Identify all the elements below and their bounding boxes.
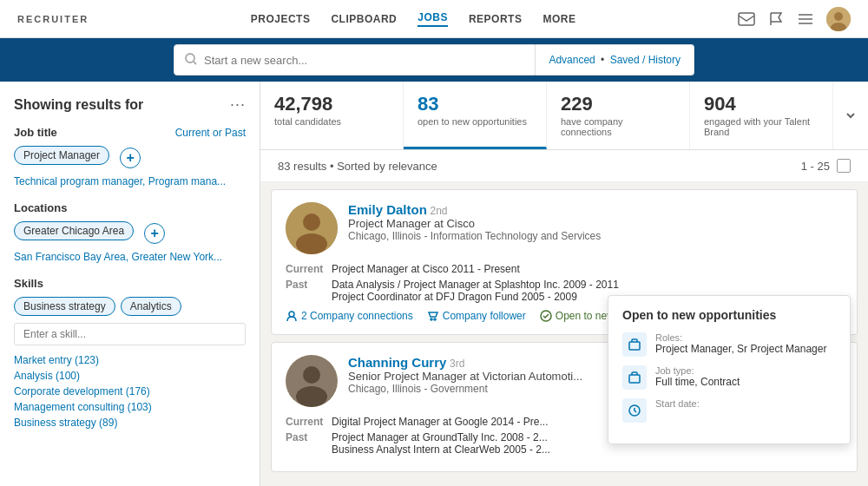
search-advanced[interactable]: Advanced • Saved / History	[536, 44, 694, 76]
stat-connections-label: have company connections	[561, 116, 675, 137]
skills-tags: Business strategy Analytics	[14, 297, 246, 316]
stat-connections[interactable]: 229 have company connections	[547, 82, 690, 149]
job-title-section: Job title Current or Past Project Manage…	[14, 126, 246, 187]
stat-open-number: 83	[418, 94, 532, 115]
tooltip-jobtype-value: Full time, Contract	[655, 376, 740, 388]
nav-more[interactable]: MORE	[542, 13, 575, 25]
job-title-tag[interactable]: Project Manager	[14, 146, 109, 165]
nav-icons	[738, 7, 851, 31]
svg-point-11	[303, 213, 320, 231]
candidate-name-0[interactable]: Emily Dalton	[348, 202, 427, 217]
skill-suggestion-2[interactable]: Corporate development (176)	[14, 384, 246, 399]
svg-rect-20	[629, 342, 640, 350]
sidebar: Showing results for ··· Job title Curren…	[0, 82, 260, 486]
stat-brand-number: 904	[704, 94, 819, 115]
stat-total-label: total candidates	[274, 116, 389, 127]
job-title-label: Job title Current or Past	[14, 126, 246, 139]
results-summary: 83 results • Sorted by relevance	[278, 160, 437, 173]
tooltip-roles-value: Project Manager, Sr Project Manager	[655, 343, 826, 355]
stat-total-number: 42,798	[274, 94, 389, 115]
tooltip-title: Open to new opportunities	[622, 308, 836, 322]
tooltip-startdate-label: Start date:	[655, 398, 700, 409]
skill-suggestion-3[interactable]: Management consulting (103)	[14, 399, 246, 415]
candidate-title-0: Project Manager at Cisco	[348, 217, 843, 230]
location-tag[interactable]: Greater Chicago Area	[14, 221, 134, 240]
candidate-info-0: Emily Dalton 2nd Project Manager at Cisc…	[348, 202, 843, 254]
locations-section: Locations Greater Chicago Area + San Fra…	[14, 201, 246, 263]
list-icon[interactable]	[797, 10, 814, 28]
more-options-button[interactable]: ···	[230, 95, 246, 114]
skill-tag-business-strategy[interactable]: Business strategy	[14, 297, 115, 316]
nav-links: PROJECTS CLIPBOARD JOBS REPORTS MORE	[251, 11, 576, 27]
skill-suggestion-1[interactable]: Analysis (100)	[14, 368, 246, 384]
locations-label: Locations	[14, 201, 246, 214]
search-input-wrapper	[174, 44, 536, 76]
job-title-suggestion[interactable]: Technical program manager, Program mana.…	[14, 175, 246, 187]
search-container: Advanced • Saved / History	[174, 44, 694, 76]
candidate-name-1[interactable]: Channing Curry	[348, 355, 446, 370]
job-title-filter-type[interactable]: Current or Past	[175, 127, 246, 139]
skill-suggestion-0[interactable]: Market entry (123)	[14, 352, 246, 368]
nav-jobs[interactable]: JOBS	[418, 11, 448, 27]
svg-point-14	[431, 319, 432, 320]
sidebar-header: Showing results for ···	[14, 95, 246, 114]
stat-connections-number: 229	[561, 94, 675, 115]
location-add-button[interactable]: +	[144, 223, 165, 244]
nav-projects[interactable]: PROJECTS	[251, 13, 311, 25]
location-suggestion[interactable]: San Francisco Bay Area, Greater New York…	[14, 251, 246, 263]
stats-bar: 42,798 total candidates 83 open to new o…	[260, 82, 868, 150]
stat-open-label: open to new opportunities	[418, 116, 532, 127]
skill-input[interactable]	[14, 323, 246, 345]
tooltip-row-1: Job type: Full time, Contract	[622, 365, 836, 390]
tooltip-popup: Open to new opportunities Roles: Project…	[608, 295, 851, 444]
stat-total[interactable]: 42,798 total candidates	[260, 82, 404, 149]
svg-point-12	[296, 233, 327, 254]
svg-point-8	[186, 54, 194, 62]
search-bar-area: Advanced • Saved / History	[0, 38, 868, 82]
svg-point-19	[296, 386, 327, 407]
sidebar-title: Showing results for	[14, 97, 143, 113]
connections-link-0[interactable]: 2 Company connections	[286, 310, 413, 322]
saved-history-label: Saved / History	[610, 54, 681, 66]
stat-brand[interactable]: 904 engaged with your Talent Brand	[690, 82, 833, 149]
candidate-degree-0: 2nd	[430, 205, 447, 217]
skill-tag-analytics[interactable]: Analytics	[121, 297, 181, 316]
candidate-location-0: Chicago, Illinois - Information Technolo…	[348, 230, 843, 242]
skills-label: Skills	[14, 277, 246, 290]
svg-rect-21	[629, 375, 640, 383]
svg-point-18	[303, 366, 320, 384]
stats-toggle-button[interactable]	[833, 82, 868, 149]
mail-icon[interactable]	[738, 10, 755, 28]
select-all-checkbox[interactable]	[837, 159, 851, 173]
avatar[interactable]	[826, 7, 851, 31]
current-exp-0: Current Project Manager at Cisco 2011 - …	[286, 263, 843, 275]
stat-open[interactable]: 83 open to new opportunities	[404, 82, 547, 149]
search-input[interactable]	[204, 54, 524, 67]
tooltip-row-0: Roles: Project Manager, Sr Project Manag…	[622, 332, 836, 357]
tooltip-jobtype-label: Job type:	[655, 365, 740, 376]
tooltip-tag-icon	[622, 365, 647, 390]
tooltip-row-2: Start date:	[622, 398, 836, 423]
tooltip-clock-icon	[622, 398, 647, 423]
page-count: 1 - 25	[801, 159, 851, 173]
tooltip-roles-label: Roles:	[655, 332, 826, 343]
logo: RECRUITER	[17, 14, 89, 24]
candidate-photo-0	[286, 202, 338, 254]
tooltip-briefcase-icon	[622, 332, 647, 357]
skills-section: Skills Business strategy Analytics Marke…	[14, 277, 246, 430]
nav-reports[interactable]: REPORTS	[469, 13, 523, 25]
skill-suggestions: Market entry (123) Analysis (100) Corpor…	[14, 352, 246, 430]
top-nav: RECRUITER PROJECTS CLIPBOARD JOBS REPORT…	[0, 0, 868, 38]
job-title-add-button[interactable]: +	[120, 148, 141, 168]
advanced-label: Advanced	[549, 54, 595, 66]
svg-line-9	[194, 62, 196, 64]
nav-clipboard[interactable]: CLIPBOARD	[331, 13, 397, 25]
search-icon	[185, 53, 197, 68]
results-header: 83 results • Sorted by relevance 1 - 25	[260, 150, 868, 182]
follower-link-0[interactable]: Company follower	[427, 310, 526, 322]
candidate-header-0: Emily Dalton 2nd Project Manager at Cisc…	[286, 202, 843, 254]
flag-icon[interactable]	[767, 10, 785, 28]
skill-suggestion-4[interactable]: Business strategy (89)	[14, 415, 246, 430]
candidate-degree-1: 3rd	[450, 358, 464, 370]
svg-point-15	[434, 319, 436, 320]
